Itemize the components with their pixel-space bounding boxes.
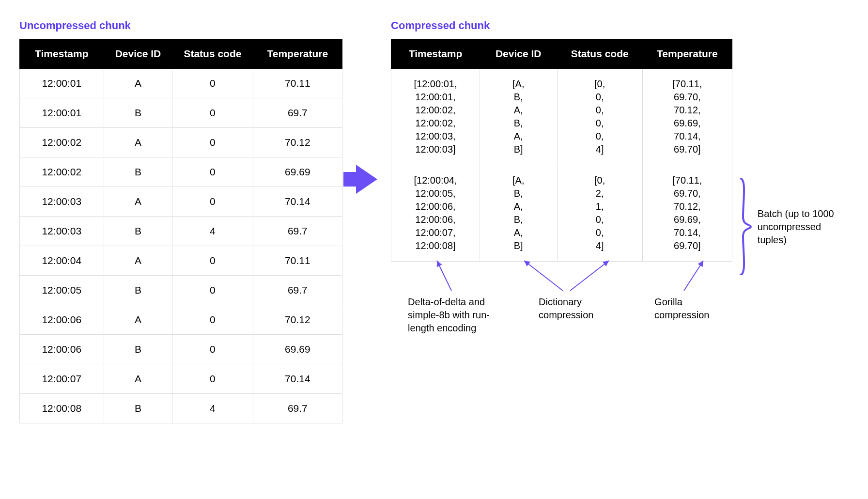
svg-line-3: [684, 261, 703, 291]
table-cell: 70.12: [253, 305, 342, 335]
caption-dictionary: Dictionary compression: [539, 296, 630, 335]
table-cell: 0: [172, 246, 253, 276]
table-cell: B: [104, 157, 172, 187]
transition-arrow-icon: [356, 19, 377, 194]
curly-brace-icon: [737, 178, 752, 275]
compressed-cell-status_code: [0, 2, 1, 0, 0, 4]: [557, 165, 642, 262]
table-row: 12:00:05B069.7: [20, 276, 342, 305]
diagram-root: Uncompressed chunk Timestamp Device ID S…: [19, 19, 849, 423]
table-cell: 0: [172, 305, 253, 335]
table-cell: 0: [172, 157, 253, 187]
svg-line-2: [570, 261, 609, 291]
table-row: 12:00:06A070.12: [20, 305, 342, 335]
compressed-table-row: [12:00:01, 12:00:01, 12:00:02, 12:00:02,…: [391, 69, 732, 165]
compressed-table-row: [12:00:04, 12:00:05, 12:00:06, 12:00:06,…: [391, 165, 732, 262]
table-cell: B: [104, 217, 172, 246]
table-cell: 0: [172, 335, 253, 364]
table-cell: B: [104, 276, 172, 305]
col-header-temperature: Temperature: [253, 39, 342, 69]
table-cell: 12:00:02: [20, 157, 104, 187]
table-cell: 12:00:08: [20, 394, 104, 423]
table-cell: 0: [172, 69, 253, 98]
table-row: 12:00:06B069.69: [20, 335, 342, 364]
col-header-device-id: Device ID: [480, 39, 557, 69]
col-header-timestamp: Timestamp: [20, 39, 104, 69]
compressed-cell-device_id: [A, B, A, B, A, B]: [480, 69, 557, 165]
table-cell: 69.69: [253, 335, 342, 364]
batch-brace: Batch (up to 1000 uncompressed tuples): [737, 178, 849, 275]
compressed-panel: Compressed chunk Timestamp Device ID Sta…: [391, 19, 849, 335]
table-cell: 69.7: [253, 394, 342, 423]
table-cell: 70.14: [253, 187, 342, 217]
table-cell: 4: [172, 217, 253, 246]
caption-delta-of-delta: Delta-of-delta and simple-8b with run-le…: [408, 296, 514, 335]
table-cell: 69.7: [253, 98, 342, 128]
table-cell: 70.12: [253, 128, 342, 157]
table-cell: B: [104, 394, 172, 423]
compressed-cell-device_id: [A, B, A, B, A, B]: [480, 165, 557, 262]
table-cell: 12:00:07: [20, 364, 104, 394]
table-row: 12:00:04A070.11: [20, 246, 342, 276]
table-cell: 70.11: [253, 69, 342, 98]
table-cell: 70.11: [253, 246, 342, 276]
table-cell: A: [104, 364, 172, 394]
table-cell: A: [104, 305, 172, 335]
compressed-cell-timestamp: [12:00:01, 12:00:01, 12:00:02, 12:00:02,…: [391, 69, 480, 165]
compressed-table: Timestamp Device ID Status code Temperat…: [391, 39, 732, 262]
col-header-status-code: Status code: [557, 39, 642, 69]
table-cell: 0: [172, 128, 253, 157]
compressed-cell-timestamp: [12:00:04, 12:00:05, 12:00:06, 12:00:06,…: [391, 165, 480, 262]
table-row: 12:00:08B469.7: [20, 394, 342, 423]
batch-label: Batch (up to 1000 uncompressed tuples): [758, 207, 849, 247]
table-row: 12:00:03B469.7: [20, 217, 342, 246]
table-cell: 0: [172, 364, 253, 394]
uncompressed-table: Timestamp Device ID Status code Temperat…: [19, 39, 342, 423]
table-cell: 12:00:03: [20, 187, 104, 217]
table-row: 12:00:07A070.14: [20, 364, 342, 394]
svg-line-1: [524, 261, 563, 291]
svg-line-0: [437, 261, 451, 291]
caption-row: Delta-of-delta and simple-8b with run-le…: [391, 296, 732, 335]
caption-gorilla: Gorilla compression: [654, 296, 732, 335]
table-cell: A: [104, 187, 172, 217]
table-cell: 69.7: [253, 276, 342, 305]
col-header-device-id: Device ID: [104, 39, 172, 69]
col-header-status-code: Status code: [172, 39, 253, 69]
table-cell: 70.14: [253, 364, 342, 394]
table-cell: B: [104, 98, 172, 128]
table-cell: 0: [172, 98, 253, 128]
col-header-timestamp: Timestamp: [391, 39, 480, 69]
table-cell: 0: [172, 187, 253, 217]
table-cell: A: [104, 246, 172, 276]
table-cell: 12:00:01: [20, 69, 104, 98]
table-cell: 0: [172, 276, 253, 305]
table-cell: A: [104, 128, 172, 157]
table-cell: 69.7: [253, 217, 342, 246]
table-cell: 12:00:02: [20, 128, 104, 157]
col-header-temperature: Temperature: [642, 39, 732, 69]
table-cell: 69.69: [253, 157, 342, 187]
table-cell: 12:00:04: [20, 246, 104, 276]
table-cell: B: [104, 335, 172, 364]
table-cell: 12:00:03: [20, 217, 104, 246]
uncompressed-panel: Uncompressed chunk Timestamp Device ID S…: [19, 19, 342, 423]
table-cell: 4: [172, 394, 253, 423]
table-row: 12:00:02B069.69: [20, 157, 342, 187]
compressed-cell-temperature: [70.11, 69.70, 70.12, 69.69, 70.14, 69.7…: [642, 69, 732, 165]
table-row: 12:00:02A070.12: [20, 128, 342, 157]
compressed-title: Compressed chunk: [391, 19, 732, 32]
table-cell: 12:00:06: [20, 305, 104, 335]
table-row: 12:00:03A070.14: [20, 187, 342, 217]
compressed-cell-status_code: [0, 0, 0, 0, 0, 4]: [557, 69, 642, 165]
table-row: 12:00:01A070.11: [20, 69, 342, 98]
uncompressed-title: Uncompressed chunk: [19, 19, 342, 32]
table-cell: 12:00:05: [20, 276, 104, 305]
table-cell: 12:00:06: [20, 335, 104, 364]
table-cell: A: [104, 69, 172, 98]
compressed-cell-temperature: [70.11, 69.70, 70.12, 69.69, 70.14, 69.7…: [642, 165, 732, 262]
table-cell: 12:00:01: [20, 98, 104, 128]
table-row: 12:00:01B069.7: [20, 98, 342, 128]
